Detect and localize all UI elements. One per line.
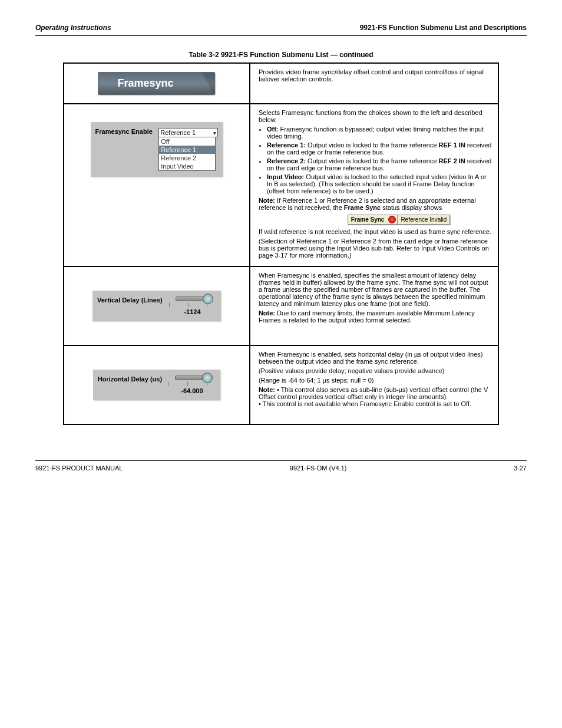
framesync-badge: Framesync xyxy=(98,72,215,95)
r3-p3: (Range is -64 to 64; 1 µs steps; null = … xyxy=(259,377,492,384)
framesync-enable-value: Reference 1 xyxy=(160,129,196,136)
r3-note: Note: • This control also serves as sub-… xyxy=(259,386,492,400)
framesync-enable-panel: Framesync Enable Reference 1 ▾ Off Refer… xyxy=(91,122,223,177)
footer-right: 3-27 xyxy=(514,465,527,472)
table-caption: Table 3-2 9921-FS Function Submenu List … xyxy=(35,51,527,59)
list-item: Input Video: Output video is locked to t… xyxy=(267,173,492,195)
framesync-status-label: Frame Sync xyxy=(348,215,388,224)
row0-desc: Provides video frame sync/delay offset c… xyxy=(259,68,492,83)
table-row: Horizontal Delay (us) | | | -64.000 When… xyxy=(64,345,498,424)
framesync-status-pill: Frame Sync Reference Invalid xyxy=(348,215,451,225)
header-right: 9921-FS Function Submenu List and Descri… xyxy=(360,24,527,32)
horizontal-delay-label: Horizontal Delay (us) xyxy=(98,375,162,383)
framesync-enable-options[interactable]: Off Reference 1 Reference 2 Input Video xyxy=(158,137,216,171)
r2-note: Note: Due to card memory limits, the max… xyxy=(259,309,492,324)
header-left: Operating Instructions xyxy=(35,24,111,32)
framesync-enable-select[interactable]: Reference 1 ▾ xyxy=(158,128,218,137)
r1-note: Note: If Reference 1 or Reference 2 is s… xyxy=(259,197,492,211)
r1-tail1: If valid reference is not received, the … xyxy=(259,228,492,235)
status-indicator-icon xyxy=(388,216,396,223)
framesync-enable-label: Framesync Enable xyxy=(95,128,153,135)
vertical-delay-panel: Vertical Delay (Lines) | | | -1124 xyxy=(92,291,221,321)
horizontal-delay-panel: Horizontal Delay (us) | | | -64.000 xyxy=(93,370,221,400)
chevron-down-icon: ▾ xyxy=(213,130,216,136)
horizontal-delay-slider[interactable] xyxy=(175,375,209,380)
option-input-video[interactable]: Input Video xyxy=(159,162,215,170)
framesync-status-text: Reference Invalid xyxy=(397,215,449,224)
function-table: Framesync Provides video frame sync/dela… xyxy=(63,62,499,425)
list-item: Off: Framesync function is bypassed; out… xyxy=(267,126,492,140)
list-item: Reference 2: Output video is locked to t… xyxy=(267,157,492,172)
vertical-delay-slider[interactable] xyxy=(176,297,209,301)
r3-note2: • This control is not available when Fra… xyxy=(259,400,492,407)
table-row: Vertical Delay (Lines) | | | -1124 When … xyxy=(64,266,498,345)
table-row: Framesync Enable Reference 1 ▾ Off Refer… xyxy=(64,104,498,266)
r1-tail2: (Selection of Reference 1 or Reference 2… xyxy=(259,238,492,259)
r3-p2: (Positive values provide delay; negative… xyxy=(259,367,492,374)
footer-left: 9921-FS PRODUCT MANUAL xyxy=(35,465,123,472)
option-off[interactable]: Off xyxy=(159,137,215,146)
horizontal-delay-value: -64.000 xyxy=(168,387,216,394)
r3-p1: When Framesync is enabled, sets horizont… xyxy=(259,351,492,365)
table-row: Framesync Provides video frame sync/dela… xyxy=(64,63,498,104)
option-ref2[interactable]: Reference 2 xyxy=(159,154,215,162)
vertical-delay-label: Vertical Delay (Lines) xyxy=(97,297,163,304)
r1-intro: Selects Framesync functions from the cho… xyxy=(259,109,492,123)
r2-p1: When Framesync is enabled, specifies the… xyxy=(259,272,492,307)
slider-knob-icon[interactable] xyxy=(203,294,213,304)
list-item: Reference 1: Output video is locked to t… xyxy=(267,141,492,156)
option-ref1[interactable]: Reference 1 xyxy=(159,146,215,154)
footer-mid: 9921-FS-OM (V4.1) xyxy=(290,465,347,472)
vertical-delay-value: -1124 xyxy=(168,308,216,315)
